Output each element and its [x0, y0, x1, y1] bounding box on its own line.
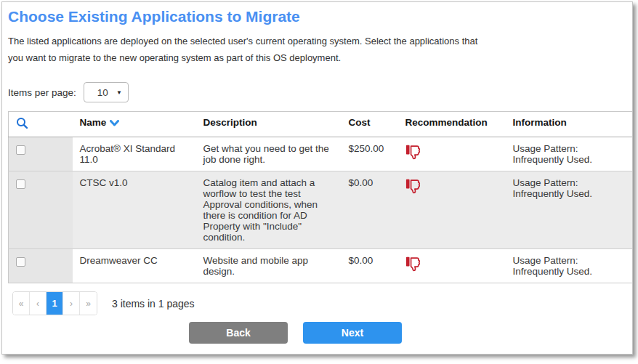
row-checkbox[interactable] — [16, 179, 25, 189]
page-title: Choose Existing Applications to Migrate — [8, 8, 632, 25]
pagination-next-button[interactable]: › — [63, 292, 80, 315]
column-header-recommendation: Recommendation — [398, 112, 506, 137]
search-column-header — [9, 112, 73, 137]
pagination-row: « ‹ 1 › » 3 items in 1 pages — [12, 291, 632, 315]
application-description: Get what you need to get the job done ri… — [196, 137, 342, 171]
sort-descending-icon — [110, 118, 119, 129]
row-checkbox[interactable] — [16, 257, 25, 267]
thumbs-down-icon — [405, 255, 423, 274]
application-description: Catalog item and attach a worflow to tes… — [196, 171, 342, 249]
items-per-page-value: 10 — [97, 87, 108, 98]
back-button[interactable]: Back — [189, 322, 288, 344]
application-row: CTSC v1.0 Catalog item and attach a worf… — [9, 171, 634, 249]
search-icon[interactable] — [16, 117, 28, 132]
checkbox-cell — [9, 249, 73, 283]
pagination-first-button[interactable]: « — [13, 292, 30, 315]
application-description: Website and mobile app design. — [196, 249, 342, 283]
application-row: Dreamweaver CC Website and mobile app de… — [9, 249, 634, 283]
pagination-controls: « ‹ 1 › » — [12, 291, 97, 315]
items-per-page-label: Items per page: — [8, 87, 76, 98]
application-name: Dreamweaver CC — [73, 249, 196, 283]
application-information: Usage Pattern: Infrequently Used. — [506, 249, 634, 283]
row-checkbox[interactable] — [16, 145, 25, 155]
application-cost: $0.00 — [342, 171, 398, 249]
pagination-prev-button[interactable]: ‹ — [30, 292, 47, 315]
table-body: Acrobat® XI Standard 11.0 Get what you n… — [9, 137, 634, 283]
column-header-information: Information — [506, 112, 634, 137]
column-header-name[interactable]: Name — [73, 112, 196, 137]
thumbs-down-icon — [405, 177, 423, 196]
thumbs-down-icon — [405, 143, 423, 162]
application-cost: $250.00 — [342, 137, 398, 171]
checkbox-cell — [9, 171, 73, 249]
items-per-page-select[interactable]: 10 ▼ — [84, 82, 129, 102]
caret-down-icon: ▼ — [116, 89, 122, 96]
application-information: Usage Pattern: Infrequently Used. — [506, 137, 634, 171]
migrate-applications-dialog: Choose Existing Applications to Migrate … — [1, 1, 633, 355]
recommendation-cell — [398, 249, 506, 283]
column-header-description: Description — [196, 112, 342, 137]
applications-table: Name Description Cost Recommendation Inf… — [8, 111, 633, 283]
application-cost: $0.00 — [342, 249, 398, 283]
items-per-page-row: Items per page: 10 ▼ — [8, 82, 632, 102]
recommendation-cell — [398, 137, 506, 171]
footer-buttons: Back Next — [1, 322, 610, 344]
application-row: Acrobat® XI Standard 11.0 Get what you n… — [9, 137, 634, 171]
checkbox-cell — [9, 137, 73, 171]
recommendation-cell — [398, 171, 506, 249]
application-information: Usage Pattern: Infrequently Used. — [506, 171, 634, 249]
page-description: The listed applications are deployed on … — [8, 33, 479, 66]
table-header-row: Name Description Cost Recommendation Inf… — [9, 112, 634, 137]
application-name: Acrobat® XI Standard 11.0 — [73, 137, 196, 171]
pagination-last-button[interactable]: » — [80, 292, 97, 315]
column-header-cost: Cost — [342, 112, 398, 137]
application-name: CTSC v1.0 — [73, 171, 196, 249]
next-button[interactable]: Next — [303, 322, 402, 344]
pagination-summary: 3 items in 1 pages — [112, 298, 195, 310]
pagination-page-1-button[interactable]: 1 — [47, 292, 63, 315]
